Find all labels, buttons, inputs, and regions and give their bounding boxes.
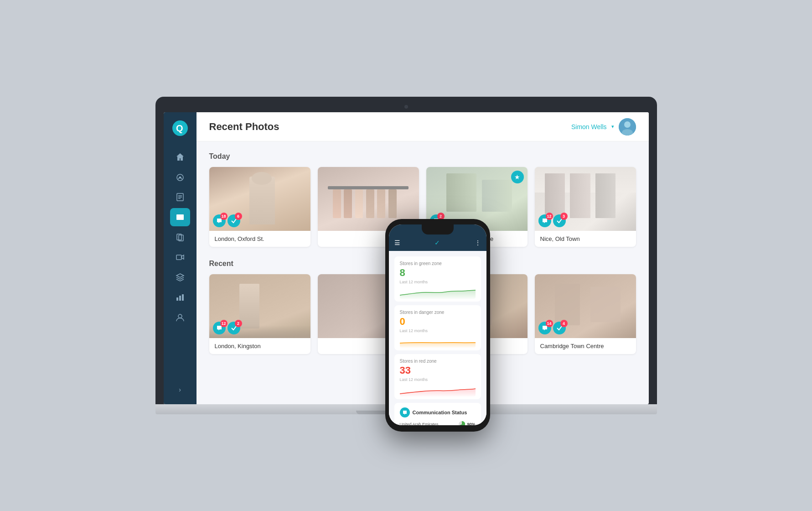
- photo-caption: Cambridge Town Centre: [535, 338, 636, 354]
- comm-pct: 90%: [467, 422, 475, 425]
- photo-thumb: 18 6: [209, 167, 310, 231]
- chat-count: 18: [220, 213, 228, 220]
- danger-zone-value: 0: [400, 316, 476, 328]
- communication-status-card: Communication Status United Arab Emirate…: [394, 403, 481, 425]
- chat-badge: 12: [213, 322, 226, 334]
- hamburger-icon: ☰: [394, 239, 400, 246]
- photo-card-london-oxford[interactable]: 18 6 London, Oxford St.: [209, 167, 310, 247]
- photo-card-cambridge[interactable]: 14 4 Cambridge Town Centre: [535, 274, 636, 354]
- svg-text:Q: Q: [176, 123, 183, 133]
- red-zone-chart: [400, 384, 476, 396]
- sidebar-item-book[interactable]: [170, 188, 190, 206]
- green-zone-card: Stores in green zone 8 Last 12 months: [394, 256, 481, 302]
- comm-title: Communication Status: [400, 407, 476, 417]
- avatar: [619, 118, 636, 136]
- check-count: 4: [560, 320, 568, 327]
- user-name: Simon Wells: [571, 123, 607, 130]
- phone-overlay: ☰ ✓ ⋮ Stores in green zone 8 Last 12 mon…: [385, 219, 490, 432]
- photo-caption: London, Kingston: [209, 338, 310, 354]
- sidebar-item-home[interactable]: [170, 148, 190, 166]
- red-zone-label: Stores in red zone: [400, 359, 476, 364]
- star-icon: ★: [511, 171, 524, 183]
- green-zone-label: Stores in green zone: [400, 261, 476, 266]
- danger-zone-chart: [400, 335, 476, 348]
- comm-icon: [400, 407, 410, 417]
- comm-right: 90%: [459, 421, 475, 425]
- comm-title-text: Communication Status: [413, 410, 467, 415]
- green-zone-value: 8: [400, 267, 476, 279]
- check-count: 6: [235, 213, 242, 220]
- photo-thumb: 12 2: [209, 274, 310, 338]
- sidebar-item-video[interactable]: [170, 248, 190, 266]
- chat-badge: 18: [213, 214, 226, 227]
- badge-group: 14 4: [538, 322, 566, 334]
- today-section-label: Today: [209, 152, 636, 161]
- chat-count: 12: [220, 320, 228, 327]
- svg-rect-15: [182, 294, 184, 301]
- chevron-down-icon: ▾: [611, 124, 614, 130]
- phone-notch: [422, 224, 454, 235]
- green-zone-sublabel: Last 12 months: [400, 280, 476, 284]
- check-badge: 6: [228, 214, 240, 227]
- svg-point-18: [624, 121, 631, 128]
- svg-rect-13: [176, 297, 178, 301]
- header: Recent Photos Simon Wells ▾: [197, 112, 649, 141]
- svg-point-9: [179, 216, 181, 219]
- sidebar-item-photos[interactable]: [170, 208, 190, 226]
- danger-zone-label: Stores in danger zone: [400, 310, 476, 315]
- user-menu[interactable]: Simon Wells ▾: [571, 118, 636, 136]
- photo-card-nice[interactable]: 12 3 Nice, Old Town: [535, 167, 636, 247]
- photo-caption: London, Oxford St.: [209, 231, 310, 247]
- sidebar-item-chart[interactable]: [170, 288, 190, 307]
- red-zone-sublabel: Last 12 months: [400, 377, 476, 382]
- svg-rect-12: [176, 255, 181, 260]
- sidebar-item-user[interactable]: [170, 308, 190, 327]
- chat-badge: 14: [538, 322, 551, 334]
- photo-caption: Nice, Old Town: [535, 231, 636, 247]
- svg-rect-14: [179, 296, 181, 301]
- red-zone-card: Stores in red zone 33 Last 12 months: [394, 354, 481, 399]
- sidebar-item-layers[interactable]: [170, 268, 190, 287]
- check-icon: ✓: [434, 239, 440, 246]
- app-logo[interactable]: Q: [171, 120, 189, 137]
- sidebar-nav: [164, 148, 197, 382]
- photo-thumb: 12 3: [535, 167, 636, 231]
- chat-count: 14: [546, 320, 553, 327]
- laptop-camera: [404, 105, 408, 109]
- badge-group: 12 3: [538, 214, 566, 227]
- chat-badge: 12: [538, 214, 551, 227]
- red-zone-value: 33: [400, 365, 476, 376]
- phone-screen: ☰ ✓ ⋮ Stores in green zone 8 Last 12 mon…: [389, 224, 486, 425]
- danger-zone-sublabel: Last 12 months: [400, 328, 476, 333]
- green-zone-chart: [400, 286, 476, 299]
- check-badge: 3: [553, 214, 566, 227]
- danger-zone-card: Stores in danger zone 0 Last 12 months: [394, 305, 481, 350]
- svg-point-3: [179, 177, 181, 178]
- sidebar: Q: [164, 112, 197, 404]
- check-badge: 4: [553, 322, 566, 334]
- phone-content: Stores in green zone 8 Last 12 months: [389, 251, 486, 425]
- page-title: Recent Photos: [209, 121, 279, 133]
- svg-point-16: [178, 314, 182, 318]
- check-badge: 2: [228, 322, 240, 334]
- chat-count: 12: [546, 213, 553, 220]
- comm-name: United Arab Emirates: [400, 422, 439, 425]
- sidebar-item-pages[interactable]: [170, 228, 190, 246]
- sidebar-expand-button[interactable]: ›: [175, 382, 185, 397]
- phone-frame: ☰ ✓ ⋮ Stores in green zone 8 Last 12 mon…: [385, 219, 490, 432]
- dots-icon: ⋮: [475, 239, 481, 246]
- comm-item-1: United Arab Emirates 90%: [400, 421, 476, 425]
- photo-thumb: 14 4: [535, 274, 636, 338]
- check-count: 3: [560, 213, 568, 220]
- sidebar-item-gauge[interactable]: [170, 168, 190, 186]
- badge-group: 18 6: [213, 214, 240, 227]
- check-count: 2: [235, 320, 242, 327]
- badge-group: 12 2: [213, 322, 240, 334]
- photo-card-kingston[interactable]: 12 2 London, Kingston: [209, 274, 310, 354]
